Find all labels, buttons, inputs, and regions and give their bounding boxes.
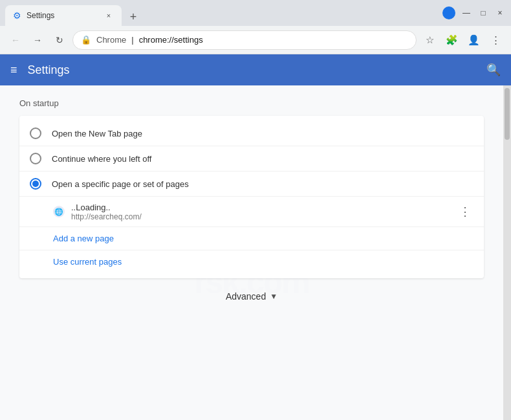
chrome-menu-icon[interactable]: ⋮ bbox=[486, 31, 505, 49]
address-bar: ← → ↻ 🔒 Chrome | chrome://settings ☆ 🧩 👤… bbox=[0, 26, 511, 54]
bookmark-icon[interactable]: ☆ bbox=[420, 31, 439, 49]
page-favicon-icon: 🌐 bbox=[53, 206, 65, 217]
url-bar[interactable]: 🔒 Chrome | chrome://settings bbox=[72, 30, 417, 50]
radio-circle-continue bbox=[30, 153, 41, 164]
radio-label-specific: Open a specific page or set of pages bbox=[52, 179, 189, 189]
url-path: chrome://settings bbox=[139, 35, 203, 45]
advanced-arrow-icon: ▼ bbox=[270, 292, 277, 301]
forward-button[interactable]: → bbox=[28, 31, 47, 49]
maximize-button[interactable]: □ bbox=[477, 7, 489, 19]
url-separator: | bbox=[131, 35, 133, 45]
window-close-button[interactable]: × bbox=[494, 7, 506, 19]
settings-tab-title: Settings bbox=[27, 11, 98, 20]
hamburger-menu[interactable]: ≡ bbox=[10, 63, 17, 77]
use-current-pages-button[interactable]: Use current pages bbox=[19, 250, 484, 273]
add-new-page-button[interactable]: Add a new page bbox=[19, 227, 484, 250]
radio-specific[interactable]: Open a specific page or set of pages bbox=[19, 171, 484, 196]
advanced-label: Advanced bbox=[226, 291, 266, 302]
address-bar-icons: ☆ 🧩 👤 ⋮ bbox=[420, 31, 505, 49]
window-controls: — □ × bbox=[442, 6, 506, 19]
title-bar: ⚙ Settings × + — □ × bbox=[0, 0, 511, 26]
new-tab-button[interactable]: + bbox=[124, 8, 142, 26]
page-entry: 🌐 ..Loading.. http://searcheq.com/ ⋮ bbox=[19, 197, 484, 227]
back-button[interactable]: ← bbox=[6, 31, 25, 49]
profile-circle bbox=[442, 6, 455, 19]
page-info: ..Loading.. http://searcheq.com/ bbox=[71, 203, 450, 221]
profile-icon[interactable]: 👤 bbox=[464, 31, 483, 49]
site-favicon: 🔒 bbox=[81, 35, 91, 45]
page-entry-menu[interactable]: ⋮ bbox=[457, 202, 473, 221]
startup-card: Open the New Tab page Continue where you… bbox=[19, 116, 484, 278]
url-brand: Chrome bbox=[96, 35, 126, 45]
settings-tab-icon: ⚙ bbox=[13, 10, 21, 21]
radio-label-new-tab: Open the New Tab page bbox=[52, 129, 142, 138]
radio-new-tab[interactable]: Open the New Tab page bbox=[19, 121, 484, 146]
main-content: PC rsk.com On startup Open the New Tab p… bbox=[0, 85, 511, 420]
extensions-icon[interactable]: 🧩 bbox=[442, 31, 461, 49]
radio-label-continue: Continue where you left off bbox=[52, 154, 151, 164]
settings-page-title: Settings bbox=[28, 63, 476, 77]
on-startup-label: On startup bbox=[19, 98, 484, 108]
refresh-button[interactable]: ↻ bbox=[50, 31, 69, 49]
scrollbar[interactable] bbox=[503, 85, 511, 420]
scrollbar-thumb[interactable] bbox=[505, 88, 510, 140]
page-entry-title: ..Loading.. bbox=[71, 203, 450, 212]
tab-close-button[interactable]: × bbox=[103, 10, 114, 21]
radio-circle-specific bbox=[30, 178, 41, 190]
tab-strip: ⚙ Settings × + bbox=[5, 0, 440, 26]
radio-circle-new-tab bbox=[30, 127, 41, 139]
minimize-button[interactable]: — bbox=[461, 7, 472, 19]
scroll-area[interactable]: PC rsk.com On startup Open the New Tab p… bbox=[0, 85, 503, 420]
settings-search-button[interactable]: 🔍 bbox=[486, 63, 501, 77]
radio-continue[interactable]: Continue where you left off bbox=[19, 146, 484, 171]
radio-inner-specific bbox=[32, 181, 39, 187]
advanced-section: Advanced ▼ bbox=[19, 291, 484, 302]
page-entry-url: http://searcheq.com/ bbox=[71, 212, 450, 221]
settings-tab[interactable]: ⚙ Settings × bbox=[5, 5, 122, 26]
settings-header: ≡ Settings 🔍 bbox=[0, 54, 511, 85]
